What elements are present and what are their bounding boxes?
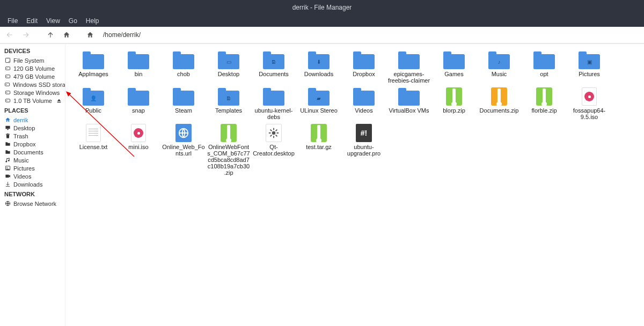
folder-icon: ⬇ [306, 49, 332, 71]
file-label: blorp.zip [442, 107, 466, 120]
sidebar-device-479-gb-volume[interactable]: 479 GB Volume [0, 72, 65, 80]
file-item[interactable]: blorp.zip [431, 84, 477, 120]
file-item[interactable]: ▰ULinux Stereo [296, 84, 341, 120]
sidebar-place-pictures[interactable]: Pictures [0, 164, 65, 172]
path-home-icon[interactable] [85, 29, 96, 40]
sidebar-item-label: Documents [13, 149, 43, 155]
sidebar-item-label: File System [13, 57, 44, 64]
folder-icon [126, 49, 151, 71]
sidebar-device-storage-windows[interactable]: Storage Windows [0, 88, 65, 97]
toolbar: /home/derrik/ [0, 27, 644, 44]
sidebar-item-label: Windows SSD storage [13, 82, 65, 88]
sidebar-device-file-system[interactable]: File System [0, 56, 65, 64]
sidebar-place-music[interactable]: Music [0, 156, 65, 164]
sidebar-place-downloads[interactable]: Downloads [0, 180, 65, 188]
zip-orange-icon [486, 86, 512, 107]
sidebar-network-browse-network[interactable]: Browse Network [0, 199, 65, 208]
file-label: snap [131, 107, 146, 120]
file-item[interactable]: bin [116, 47, 161, 84]
download-icon [4, 181, 11, 188]
file-label: Music [491, 71, 508, 84]
file-label: Dropbox [352, 71, 376, 84]
folder-icon: 🗎 [216, 86, 241, 107]
file-item[interactable]: OnlineWebFonts_COM_b67c77cd5bca8cd8ad7c1… [206, 120, 251, 176]
sidebar-place-dropbox[interactable]: Dropbox [0, 140, 65, 148]
zip-green-icon [441, 86, 467, 107]
menu-go[interactable]: Go [64, 16, 82, 26]
file-label: Qt-Creator.desktop [251, 144, 296, 157]
menu-help[interactable]: Help [82, 16, 104, 26]
file-item[interactable]: mini.iso [116, 120, 161, 176]
sidebar-place-videos[interactable]: Videos [0, 172, 65, 180]
file-item[interactable]: Games [431, 47, 477, 84]
file-item[interactable]: AppImages [71, 47, 116, 84]
sidebar-device-1-0-tb-volume[interactable]: 1.0 TB Volume [0, 97, 65, 105]
file-item[interactable]: ♪Music [477, 47, 522, 84]
svg-point-5 [6, 76, 6, 77]
file-item[interactable]: #!ubuntu-upgrader.pro [341, 120, 386, 176]
menu-file[interactable]: File [3, 16, 22, 26]
file-item[interactable]: Steam [161, 84, 206, 120]
file-item[interactable]: florble.zip [522, 84, 567, 120]
file-label: opt [539, 71, 549, 84]
menu-view[interactable]: View [42, 16, 64, 26]
file-item[interactable]: Dropbox [341, 47, 386, 84]
sidebar-place-derrik[interactable]: derrik [0, 116, 65, 124]
file-label: florble.zip [530, 107, 558, 120]
file-item[interactable]: fossapup64-9.5.iso [567, 84, 612, 120]
file-item[interactable]: epicgames-freebies-claimer [386, 47, 431, 84]
sidebar-place-documents[interactable]: Documents [0, 148, 65, 156]
file-label: fossapup64-9.5.iso [567, 107, 612, 120]
nav-up-button[interactable] [45, 29, 56, 40]
sidebar-device-120-gb-volume[interactable]: 120 GB Volume [0, 64, 65, 72]
file-item[interactable]: Videos [341, 84, 386, 120]
picture-icon [4, 165, 11, 172]
sidebar-item-label: Downloads [13, 181, 42, 188]
svg-rect-4 [5, 75, 10, 78]
desktop-icon [4, 125, 11, 131]
file-label: ubuntu-kernel-debs [251, 107, 296, 120]
nav-home-button[interactable] [61, 29, 72, 40]
file-item[interactable]: Documents.zip [477, 84, 522, 120]
file-item[interactable]: Online_Web_Fonts.url [161, 120, 206, 176]
folder-icon [351, 49, 377, 71]
folder-icon [396, 49, 422, 71]
zip-green-icon [531, 86, 557, 107]
file-item[interactable]: VirtualBox VMs [386, 84, 431, 120]
folder-icon: 🗎 [261, 49, 287, 71]
sidebar-place-desktop[interactable]: Desktop [0, 124, 65, 132]
file-item[interactable]: snap [116, 84, 161, 120]
sidebar-item-label: Browse Network [13, 201, 56, 207]
sidebar-device-windows-ssd-storage[interactable]: Windows SSD storage [0, 80, 65, 88]
file-item[interactable]: ⬇Downloads [296, 47, 341, 84]
menu-edit[interactable]: Edit [22, 16, 42, 26]
file-item[interactable]: test.tar.gz [296, 120, 341, 176]
nav-back-button[interactable] [4, 29, 15, 40]
file-item[interactable]: 🗎Templates [206, 84, 251, 120]
file-item[interactable]: 🗎Documents [251, 47, 296, 84]
file-label: AppImages [77, 71, 109, 84]
sidebar-place-trash[interactable]: Trash [0, 132, 65, 140]
file-item[interactable]: 👤Public [71, 84, 116, 120]
hdd-icon [4, 82, 10, 88]
sidebar-item-label: Music [13, 157, 29, 164]
file-item[interactable]: ▭Desktop [206, 47, 251, 84]
sidebar: DEVICES File System120 GB Volume479 GB V… [0, 44, 65, 326]
svg-rect-2 [5, 67, 10, 70]
nav-forward-button[interactable] [20, 29, 31, 40]
eject-icon[interactable] [56, 98, 64, 103]
file-item[interactable]: Qt-Creator.desktop [251, 120, 296, 176]
path-text[interactable]: /home/derrik/ [103, 31, 141, 39]
folder-icon [171, 49, 196, 71]
file-item[interactable]: ubuntu-kernel-debs [251, 84, 296, 120]
svg-point-3 [6, 68, 6, 69]
file-item[interactable]: License.txt [71, 120, 116, 176]
file-item[interactable]: ▣Pictures [567, 47, 612, 84]
folder-icon: ▰ [306, 86, 332, 107]
file-item[interactable]: opt [522, 47, 567, 84]
svg-point-19 [272, 131, 275, 135]
sidebar-item-label: Videos [13, 173, 31, 180]
sidebar-item-label: Trash [13, 133, 28, 139]
content-area[interactable]: AppImagesbinchob▭Desktop🗎Documents⬇Downl… [65, 44, 644, 326]
file-item[interactable]: chob [161, 47, 206, 84]
